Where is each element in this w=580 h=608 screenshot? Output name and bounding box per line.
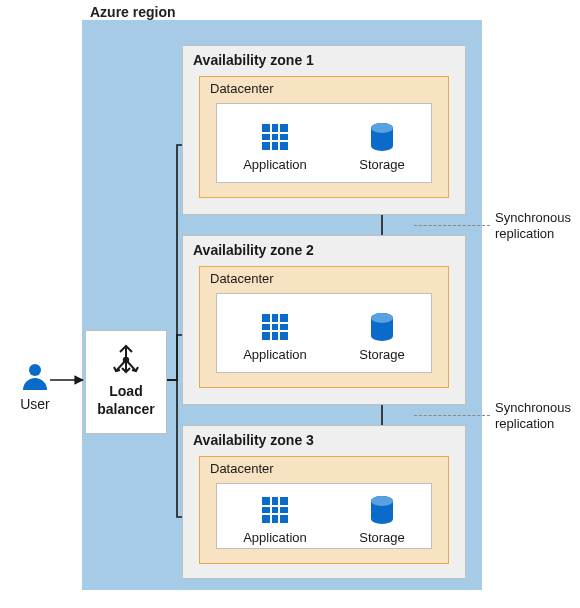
annotation-1-line1: Synchronous xyxy=(495,210,571,225)
datacenter-3-inner: Application Storage xyxy=(216,483,432,549)
application-1-label: Application xyxy=(243,157,307,172)
svg-rect-24 xyxy=(262,497,288,523)
storage-icon xyxy=(366,311,398,343)
storage-3-label: Storage xyxy=(359,530,405,545)
user-block: User xyxy=(10,360,60,412)
annotation-1-line2: replication xyxy=(495,226,554,241)
storage-icon xyxy=(366,494,398,526)
svg-point-6 xyxy=(29,364,41,376)
application-3-label: Application xyxy=(243,530,307,545)
zone-3-title: Availability zone 3 xyxy=(183,426,465,448)
datacenter-box-1: Datacenter Application xyxy=(199,76,449,198)
azure-region-label: Azure region xyxy=(90,4,176,20)
datacenter-1-inner: Application Storage xyxy=(216,103,432,183)
load-balancer-box: Load balancer xyxy=(85,330,167,434)
annotation-2-line2: replication xyxy=(495,416,554,431)
application-icon xyxy=(259,494,291,526)
storage-1-label: Storage xyxy=(359,157,405,172)
datacenter-box-2: Datacenter Application xyxy=(199,266,449,388)
application-1: Application xyxy=(243,121,307,172)
svg-rect-10 xyxy=(262,124,288,150)
load-balancer-label: Load balancer xyxy=(86,383,166,418)
user-icon xyxy=(19,360,51,392)
diagram-canvas: Azure region User xyxy=(0,0,580,608)
datacenter-1-label: Datacenter xyxy=(200,77,448,96)
lb-label-line2: balancer xyxy=(97,401,155,417)
availability-zone-3: Availability zone 3 Datacenter Applicati xyxy=(182,425,466,579)
application-icon xyxy=(259,311,291,343)
storage-icon xyxy=(366,121,398,153)
storage-1: Storage xyxy=(359,121,405,172)
dashed-line-2 xyxy=(414,415,490,416)
application-2-label: Application xyxy=(243,347,307,362)
datacenter-2-inner: Application Storage xyxy=(216,293,432,373)
svg-point-9 xyxy=(123,357,129,363)
application-3: Application xyxy=(243,494,307,545)
annotation-2-line1: Synchronous xyxy=(495,400,571,415)
datacenter-box-3: Datacenter Application xyxy=(199,456,449,564)
storage-2-label: Storage xyxy=(359,347,405,362)
svg-point-16 xyxy=(371,123,393,133)
availability-zone-1: Availability zone 1 Datacenter Applicati xyxy=(182,45,466,215)
zone-2-title: Availability zone 2 xyxy=(183,236,465,258)
svg-point-30 xyxy=(371,496,393,506)
user-label: User xyxy=(10,396,60,412)
zone-1-title: Availability zone 1 xyxy=(183,46,465,68)
dashed-line-1 xyxy=(414,225,490,226)
annotation-replication-1: Synchronous replication xyxy=(495,210,571,243)
storage-3: Storage xyxy=(359,494,405,545)
datacenter-2-label: Datacenter xyxy=(200,267,448,286)
datacenter-3-label: Datacenter xyxy=(200,457,448,476)
svg-rect-17 xyxy=(262,314,288,340)
lb-label-line1: Load xyxy=(109,383,142,399)
storage-2: Storage xyxy=(359,311,405,362)
load-balancer-icon xyxy=(110,343,142,375)
svg-point-23 xyxy=(371,313,393,323)
availability-zone-2: Availability zone 2 Datacenter Applicati xyxy=(182,235,466,405)
application-2: Application xyxy=(243,311,307,362)
annotation-replication-2: Synchronous replication xyxy=(495,400,571,433)
application-icon xyxy=(259,121,291,153)
